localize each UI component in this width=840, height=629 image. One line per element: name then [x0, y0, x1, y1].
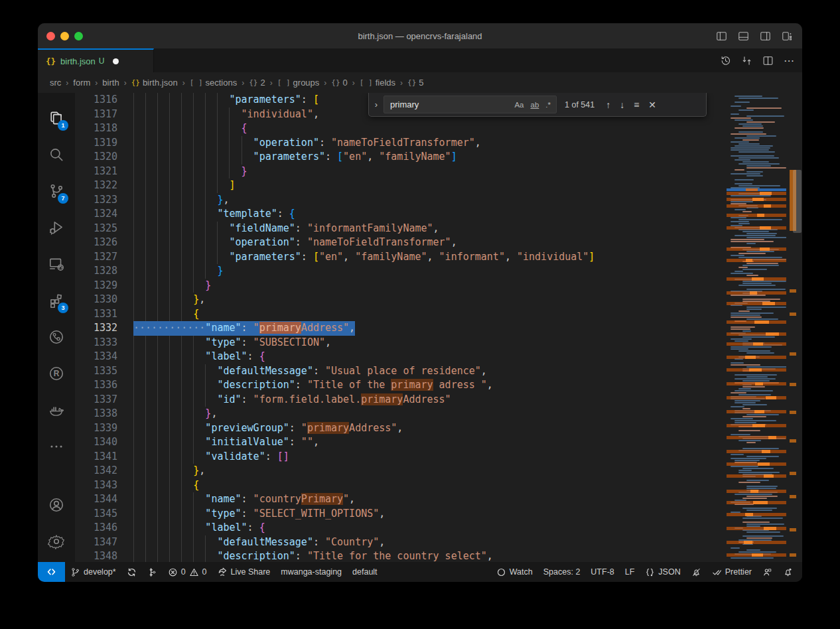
open-changes-icon[interactable] — [741, 55, 752, 66]
code-line-1327[interactable]: 1327"parameters": ["en", "familyName", "… — [75, 250, 727, 265]
breadcrumb-item-2[interactable]: {}2 — [249, 78, 265, 88]
code-line-1346[interactable]: 1346"label": { — [75, 521, 727, 535]
code-line-1344[interactable]: 1344"name": "countryPrimary", — [75, 492, 727, 507]
code-line-1341[interactable]: 1341"validate": [] — [75, 450, 727, 464]
code-line-1329[interactable]: 1329} — [75, 279, 727, 293]
line-number[interactable]: 1343 — [75, 478, 117, 493]
code-line-1319[interactable]: 1319"operation": "nameToFieldTransformer… — [75, 136, 727, 151]
code-line-1321[interactable]: 1321} — [75, 165, 727, 179]
find-in-selection-button[interactable]: ≡ — [629, 98, 644, 111]
code-line-1345[interactable]: 1345"type": "SELECT_WITH_OPTIONS", — [75, 507, 727, 522]
status-watch[interactable]: Watch — [491, 562, 538, 582]
line-number[interactable]: 1329 — [75, 279, 117, 293]
code-line-1338[interactable]: 1338}, — [75, 407, 727, 421]
code-line-1348[interactable]: 1348"description": "Title for the countr… — [75, 549, 727, 562]
line-number[interactable]: 1339 — [75, 421, 117, 436]
code-line-1342[interactable]: 1342}, — [75, 464, 727, 478]
line-number[interactable]: 1345 — [75, 507, 117, 522]
status-live-share[interactable]: Live Share — [212, 562, 276, 582]
regex-toggle[interactable]: .* — [543, 100, 553, 109]
status-language-mode[interactable]: JSON — [640, 562, 685, 582]
breadcrumb-item-groups[interactable]: [ ]groups — [277, 78, 320, 88]
code-line-1324[interactable]: 1324"template": { — [75, 207, 727, 222]
status-bell-slash[interactable] — [686, 562, 707, 582]
status-problems[interactable]: 00 — [163, 562, 212, 582]
code-line-1334[interactable]: 1334"label": { — [75, 350, 727, 364]
editor[interactable]: 1316"parameters": [1317"individual",1318… — [75, 93, 802, 562]
activity-source-control-button[interactable]: 7 — [40, 173, 72, 209]
activity-r-tools-button[interactable]: R — [40, 355, 72, 391]
breadcrumb-item-birth-json[interactable]: {}birth.json — [131, 78, 178, 88]
panel-bottom-icon[interactable] — [738, 31, 749, 42]
code-line-1337[interactable]: 1337"id": "form.field.label.primaryAddre… — [75, 393, 727, 407]
code-line-1322[interactable]: 1322] — [75, 178, 727, 193]
activity-gitlens-button[interactable] — [40, 318, 72, 355]
code-area[interactable]: 1316"parameters": [1317"individual",1318… — [75, 93, 727, 562]
line-number[interactable]: 1316 — [75, 93, 117, 107]
line-number[interactable]: 1338 — [75, 407, 117, 421]
code-line-1325[interactable]: 1325"fieldName": "informantFamilyName", — [75, 222, 727, 236]
activity-settings-button[interactable] — [40, 523, 72, 559]
status-formatter[interactable]: Prettier — [707, 562, 757, 582]
activity-more-button[interactable] — [40, 428, 72, 464]
line-number[interactable]: 1319 — [75, 136, 117, 151]
code-line-1330[interactable]: 1330}, — [75, 293, 727, 307]
code-line-1320[interactable]: 1320"parameters": ["en", "familyName"] — [75, 150, 727, 165]
code-line-1340[interactable]: 1340"initialValue": "", — [75, 435, 727, 450]
breadcrumb-item-fields[interactable]: [ ]fields — [360, 78, 395, 88]
split-editor-icon[interactable] — [762, 55, 774, 66]
line-number[interactable]: 1336 — [75, 378, 117, 393]
line-number[interactable]: 1328 — [75, 264, 117, 279]
close-window-button[interactable] — [46, 32, 55, 40]
tab-birth-json[interactable]: {} birth.json U — [38, 48, 154, 72]
activity-extensions-button[interactable]: 3 — [40, 282, 72, 318]
status-remote[interactable] — [38, 562, 65, 582]
code-line-1347[interactable]: 1347"defaultMessage": "Country", — [75, 535, 727, 550]
breadcrumb-item-sections[interactable]: [ ]sections — [190, 78, 238, 88]
zoom-window-button[interactable] — [74, 32, 83, 40]
find-input[interactable] — [389, 99, 510, 110]
line-number[interactable]: 1327 — [75, 250, 117, 265]
more-actions-icon[interactable]: ⋯ — [784, 54, 794, 67]
line-number[interactable]: 1347 — [75, 535, 117, 550]
panel-left-icon[interactable] — [716, 31, 727, 42]
status-notifications[interactable] — [778, 562, 798, 582]
minimize-window-button[interactable] — [60, 32, 69, 40]
line-number[interactable]: 1334 — [75, 350, 117, 364]
unsaved-changes-dot[interactable] — [113, 58, 119, 64]
breadcrumb-item-0[interactable]: {}0 — [331, 78, 347, 88]
line-number[interactable]: 1342 — [75, 464, 117, 478]
line-number[interactable]: 1337 — [75, 393, 117, 407]
breadcrumb-item-birth[interactable]: birth — [102, 78, 119, 88]
line-number[interactable]: 1341 — [75, 450, 117, 464]
line-number[interactable]: 1331 — [75, 307, 117, 322]
history-icon[interactable] — [720, 55, 731, 66]
code-line-1323[interactable]: 1323}, — [75, 193, 727, 208]
line-number[interactable]: 1325 — [75, 222, 117, 236]
code-line-1336[interactable]: 1336"description": "Title of the primary… — [75, 378, 727, 393]
status-profile[interactable]: default — [347, 562, 383, 582]
status-indentation[interactable]: Spaces: 2 — [538, 562, 586, 582]
code-line-1343[interactable]: 1343{ — [75, 478, 727, 493]
status-environment[interactable]: mwanga-staging — [275, 562, 347, 582]
line-number[interactable]: 1326 — [75, 236, 117, 250]
code-line-1326[interactable]: 1326"operation": "nameToFieldTransformer… — [75, 236, 727, 250]
code-line-1333[interactable]: 1333"type": "SUBSECTION", — [75, 336, 727, 350]
line-number[interactable]: 1318 — [75, 121, 117, 136]
next-match-button[interactable]: ↓ — [615, 98, 629, 111]
code-line-1335[interactable]: 1335"defaultMessage": "Usual place of re… — [75, 364, 727, 379]
status-encoding[interactable]: UTF-8 — [585, 562, 619, 582]
line-number[interactable]: 1330 — [75, 293, 117, 307]
code-line-1328[interactable]: 1328} — [75, 264, 727, 279]
status-feedback[interactable] — [757, 562, 778, 582]
line-number[interactable]: 1333 — [75, 336, 117, 350]
breadcrumb-item-src[interactable]: src — [50, 78, 61, 88]
code-line-1331[interactable]: 1331{ — [75, 307, 727, 322]
breadcrumb-item-form[interactable]: form — [73, 78, 90, 88]
layout-customize-icon[interactable] — [782, 31, 793, 42]
code-line-1332[interactable]: 1332············"name": "primaryAddress"… — [75, 321, 727, 336]
status-git-branch[interactable]: develop* — [65, 562, 121, 582]
previous-match-button[interactable]: ↑ — [601, 98, 615, 111]
line-number[interactable]: 1323 — [75, 193, 117, 208]
activity-accounts-button[interactable] — [40, 486, 72, 523]
